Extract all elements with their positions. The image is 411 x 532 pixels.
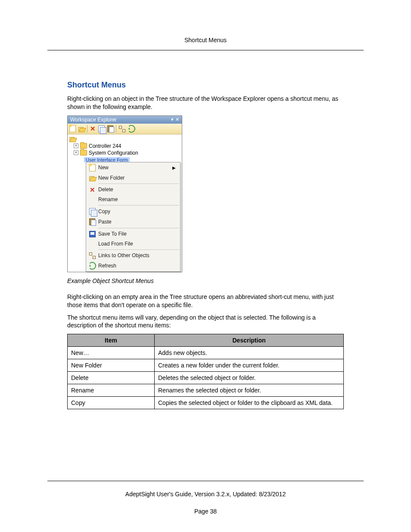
menu-item-label: Rename <box>98 196 177 202</box>
delete-icon: ✕ <box>90 187 95 193</box>
paragraph-empty-area: Right-clicking on an empty area in the T… <box>67 293 344 309</box>
refresh-icon <box>88 262 96 270</box>
menu-separator <box>98 228 179 228</box>
tree-row-sysconfig[interactable]: + System Configuration <box>74 149 180 156</box>
tree-area: + Controller 244 + System Configuration … <box>68 134 182 272</box>
menu-item-copy[interactable]: Copy <box>86 206 180 217</box>
cell-desc: Renames the selected object or folder. <box>155 384 344 397</box>
explorer-title: Workspace Explorer <box>70 117 117 123</box>
expand-icon[interactable]: + <box>74 150 78 155</box>
menu-item-load-from-file[interactable]: Load From File <box>86 239 180 249</box>
col-head-item: Item <box>68 334 155 347</box>
menu-item-new[interactable]: New▶ <box>86 162 180 173</box>
menu-item-label: Load From File <box>98 241 177 247</box>
menu-separator <box>98 249 179 250</box>
footer-guide-line: AdeptSight User's Guide, Version 3.2.x, … <box>0 491 411 498</box>
menu-item-label: New Folder <box>98 175 177 181</box>
menu-item-label: Delete <box>98 187 177 193</box>
page-footer: AdeptSight User's Guide, Version 3.2.x, … <box>0 481 411 515</box>
table-row: DeleteDeletes the selected object or fol… <box>68 372 344 384</box>
shortcut-items-table: Item Description New…Adds new objects.Ne… <box>67 334 344 409</box>
expand-icon[interactable]: + <box>74 143 78 148</box>
menu-item-label: Save To File <box>98 231 177 237</box>
menu-item-refresh[interactable]: Refresh <box>86 260 180 271</box>
cell-item: New Folder <box>68 359 155 372</box>
root-open-folder-icon <box>69 136 75 141</box>
header-rule <box>47 50 364 50</box>
cell-item: New… <box>68 347 155 359</box>
cell-desc: Deletes the selected object or folder. <box>155 372 344 384</box>
section-heading: Shortcut Menus <box>67 81 344 90</box>
explorer-titlebar: Workspace Explorer ▾ ✕ <box>68 116 182 124</box>
cell-desc: Copies the selected object or folder to … <box>155 397 344 409</box>
table-row: CopyCopies the selected object or folder… <box>68 397 344 409</box>
tree-label: System Configuration <box>89 150 138 156</box>
menu-item-paste[interactable]: Paste <box>86 217 180 227</box>
open-folder-icon <box>89 175 95 180</box>
menu-separator <box>98 184 179 184</box>
menu-separator <box>98 205 179 205</box>
refresh-icon[interactable] <box>128 125 135 133</box>
running-header: Shortcut Menus <box>0 0 411 44</box>
paragraph-items-vary: The shortcut menu items will vary, depen… <box>67 314 344 330</box>
cell-desc: Adds new objects. <box>155 347 344 359</box>
pin-icon[interactable]: ▾ <box>171 117 174 122</box>
workspace-explorer-screenshot: Workspace Explorer ▾ ✕ ✕ + <box>67 115 182 272</box>
menu-item-label: Paste <box>98 219 177 225</box>
menu-item-rename[interactable]: Rename <box>86 195 180 204</box>
menu-item-new-folder[interactable]: New Folder <box>86 173 180 183</box>
links-icon <box>89 252 95 258</box>
intro-paragraph: Right-clicking on an object in the Tree … <box>67 95 344 111</box>
content-area: Shortcut Menus Right-clicking on an obje… <box>67 81 344 409</box>
copy-icon[interactable] <box>98 125 105 132</box>
submenu-arrow-icon: ▶ <box>172 165 177 170</box>
footer-rule <box>47 481 364 481</box>
menu-item-label: Links to Other Objects <box>98 252 177 258</box>
delete-icon[interactable]: ✕ <box>90 125 96 132</box>
folder-icon <box>80 143 87 149</box>
folder-icon <box>80 150 87 156</box>
cell-item: Copy <box>68 397 155 409</box>
open-folder-icon[interactable] <box>78 126 84 131</box>
menu-item-links-to-other-objects[interactable]: Links to Other Objects <box>86 251 180 260</box>
cell-desc: Creates a new folder under the current f… <box>155 359 344 372</box>
col-head-desc: Description <box>155 334 344 347</box>
new-icon[interactable] <box>69 125 76 132</box>
links-icon[interactable] <box>119 126 125 132</box>
paste-icon <box>89 218 95 225</box>
table-row: New FolderCreates a new folder under the… <box>68 359 344 372</box>
page-number: Page 38 <box>0 508 411 515</box>
context-menu: New▶New Folder✕DeleteRenameCopyPasteSave… <box>86 162 181 272</box>
new-icon <box>89 164 96 171</box>
explorer-toolbar: ✕ <box>68 124 182 134</box>
save-icon <box>89 231 96 237</box>
menu-item-save-to-file[interactable]: Save To File <box>86 229 180 239</box>
tree-row-controller[interactable]: + Controller 244 <box>74 143 180 149</box>
copy-icon <box>89 208 96 215</box>
menu-item-label: Refresh <box>98 263 177 269</box>
cell-item: Delete <box>68 372 155 384</box>
table-row: New…Adds new objects. <box>68 347 344 359</box>
menu-item-label: New <box>98 165 172 171</box>
screenshot-caption: Example Object Shortcut Menus <box>67 277 344 284</box>
tree-label: Controller 244 <box>89 143 121 149</box>
paste-icon[interactable] <box>107 125 113 132</box>
close-icon[interactable]: ✕ <box>175 117 179 122</box>
menu-item-label: Copy <box>98 208 177 215</box>
table-row: RenameRenames the selected object or fol… <box>68 384 344 397</box>
cell-item: Rename <box>68 384 155 397</box>
menu-item-delete[interactable]: ✕Delete <box>86 185 180 195</box>
